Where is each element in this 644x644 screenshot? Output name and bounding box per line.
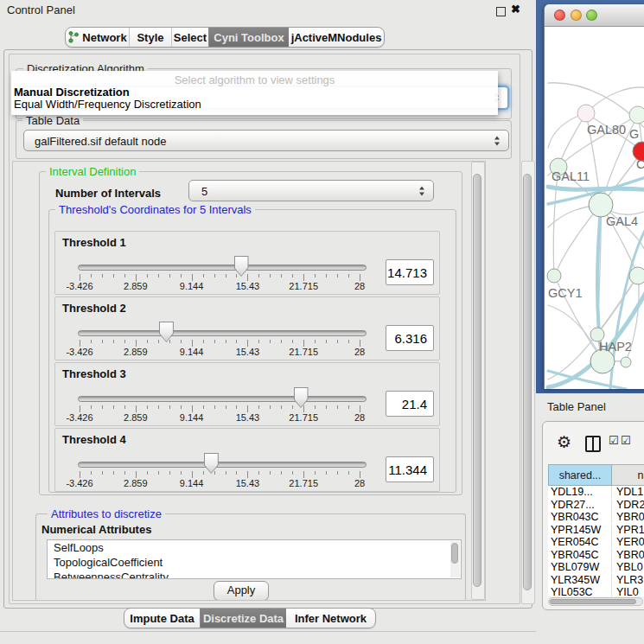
cell-name[interactable]: YIL0: [612, 586, 639, 596]
tick-mark: [326, 471, 327, 475]
attribute-item-selfloops[interactable]: SelfLoops: [48, 540, 461, 555]
cell-shared-name[interactable]: YBR043C: [548, 511, 612, 523]
cell-shared-name[interactable]: YDR27...: [548, 499, 612, 511]
panel-scrollbar-thumb[interactable]: [523, 174, 532, 590]
gal4-node[interactable]: [589, 193, 613, 217]
algorithm-option-manual-discretization[interactable]: Manual Discretization: [14, 86, 130, 99]
split-view-icon[interactable]: [585, 436, 601, 452]
float-window-icon[interactable]: [496, 7, 506, 16]
minimize-traffic-light-icon[interactable]: [571, 10, 582, 21]
viewport-scrollbar-thumb[interactable]: [473, 174, 481, 587]
attribute-item-betweennesscentrality[interactable]: BetweennessCentrality: [48, 570, 461, 579]
attribute-item-topologicalcoefficient[interactable]: TopologicalCoefficient: [48, 555, 461, 570]
tick-mark: [203, 471, 204, 475]
node-label-hap2: HAP2: [599, 340, 632, 354]
cell-shared-name[interactable]: YBL079W: [548, 561, 612, 573]
tab-label: Infer Network: [295, 612, 367, 625]
table-row[interactable]: YDL19...YDL1: [548, 486, 644, 499]
cell-name[interactable]: YPR1: [612, 524, 644, 536]
cell-shared-name[interactable]: YPR145W: [548, 524, 612, 536]
top-right-node[interactable]: [629, 106, 644, 124]
cell-name[interactable]: YDR2: [612, 499, 644, 511]
cell-name[interactable]: YBR0: [612, 511, 644, 523]
horizontal-scrollbar[interactable]: [548, 597, 643, 606]
slider-track[interactable]: [78, 462, 367, 468]
slider-track[interactable]: [78, 330, 367, 336]
tick-mark: [226, 471, 226, 475]
table-row[interactable]: YBR045CYBR0: [548, 549, 644, 562]
cell-name[interactable]: YDL1: [612, 486, 643, 498]
checkbox-icon[interactable]: ☑: [621, 434, 631, 447]
tick-mark: [136, 340, 137, 347]
cell-name[interactable]: YBR0: [612, 549, 644, 561]
close-traffic-light-icon[interactable]: [554, 10, 565, 21]
checkbox-icon[interactable]: ☑: [609, 434, 619, 447]
cell-name[interactable]: YER0: [612, 536, 644, 548]
network-window-titlebar[interactable]: [545, 4, 644, 27]
horizontal-scrollbar-thumb[interactable]: [550, 599, 636, 604]
gal80-node[interactable]: [577, 105, 595, 122]
bottom-small-node[interactable]: [621, 357, 631, 367]
tick-mark: [147, 274, 148, 277]
node-label-c: C: [636, 157, 644, 171]
threshold-value-field[interactable]: 14.713: [386, 259, 434, 285]
table-row[interactable]: YER054CYER0: [548, 536, 644, 549]
cell-shared-name[interactable]: YDL19...: [548, 486, 612, 498]
tick-label: -3.426: [66, 412, 92, 423]
table-row[interactable]: YIL053CYIL0: [548, 586, 644, 596]
list-scrollbar-thumb[interactable]: [451, 543, 458, 564]
cell-name[interactable]: YLR3: [612, 574, 643, 586]
close-icon[interactable]: ✖: [511, 3, 520, 16]
tick-mark: [270, 471, 271, 475]
tab-label: Select: [174, 31, 207, 44]
network-canvas[interactable]: GAL80GCGAL11GAL4GCY1HHAP2: [545, 27, 644, 389]
h-node[interactable]: [629, 267, 644, 284]
threshold-value-field[interactable]: 6.316: [386, 325, 434, 351]
network-view-window[interactable]: GAL80GCGAL11GAL4GCY1HHAP2: [544, 4, 644, 389]
slider-track[interactable]: [78, 265, 367, 271]
cell-shared-name[interactable]: YBR045C: [548, 549, 612, 561]
tab-network[interactable]: Network: [66, 28, 129, 47]
tab-jactivemnodules[interactable]: jActiveMNodules: [289, 28, 384, 47]
table-row[interactable]: YBR043CYBR0: [548, 511, 644, 524]
panel-scrollbar[interactable]: [521, 161, 535, 604]
apply-button[interactable]: Apply: [214, 581, 269, 601]
zoom-traffic-light-icon[interactable]: [586, 10, 597, 21]
tick-mark: [136, 405, 137, 412]
table-row[interactable]: YPR145WYPR1: [548, 524, 644, 537]
tick-mark: [80, 405, 80, 412]
table-row[interactable]: YBL079WYBL0: [548, 561, 644, 574]
tab-select[interactable]: Select: [171, 28, 208, 47]
tick-mark: [203, 340, 204, 343]
tick-mark: [80, 471, 80, 478]
table-row[interactable]: YDR27...YDR2: [548, 499, 644, 512]
tab-infer-network[interactable]: Infer Network: [286, 609, 375, 628]
tick-label: 2.859: [124, 281, 148, 291]
number-of-intervals-combobox[interactable]: 5: [188, 180, 434, 201]
cell-shared-name[interactable]: YLR345W: [548, 574, 612, 586]
numerical-attributes-list[interactable]: SelfLoopsTopologicalCoefficientBetweenne…: [47, 539, 462, 579]
gcy1-node[interactable]: [547, 269, 561, 283]
table-row[interactable]: YLR345WYLR3: [548, 574, 644, 587]
list-scrollbar[interactable]: [450, 541, 460, 577]
column-header-shared-name[interactable]: shared...: [548, 464, 612, 486]
thresholds-group-title: Threshold's Coordinates for 5 Intervals: [55, 203, 255, 216]
cell-shared-name[interactable]: YIL053C: [548, 586, 612, 596]
table-data-combobox[interactable]: galFiltered.sif default node: [23, 130, 509, 151]
threshold-value-field[interactable]: 11.344: [386, 456, 434, 482]
tab-impute-data[interactable]: Impute Data: [124, 609, 200, 628]
tick-label: 28: [354, 281, 365, 291]
tab-cyni-toolbox[interactable]: Cyni Toolbox: [208, 28, 289, 47]
cell-name[interactable]: YBL0: [612, 561, 643, 573]
column-header-name[interactable]: na: [612, 464, 644, 486]
cell-shared-name[interactable]: YER054C: [548, 536, 612, 548]
viewport-scrollbar[interactable]: [471, 162, 485, 600]
tab-style[interactable]: Style: [129, 28, 171, 47]
tick-mark: [102, 405, 103, 409]
algorithm-option-equal-width-frequency-discretization[interactable]: Equal Width/Frequency Discretization: [14, 98, 201, 111]
tab-discretize-data[interactable]: Discretize Data: [200, 609, 286, 628]
threshold-value-field[interactable]: 21.4: [386, 391, 434, 417]
tick-mark: [91, 471, 92, 475]
slider-track[interactable]: [78, 396, 367, 402]
gear-icon[interactable]: ⚙: [557, 432, 571, 452]
